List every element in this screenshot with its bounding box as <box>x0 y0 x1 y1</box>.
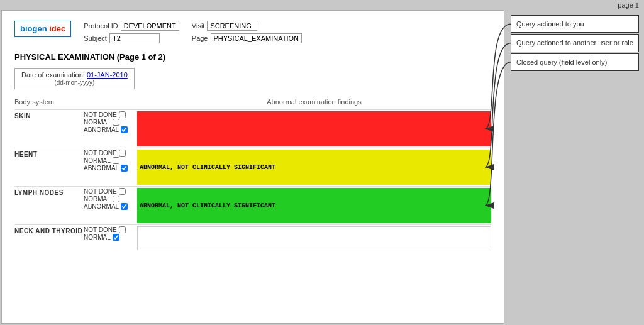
columns-header: Body system Abnormal examination finding… <box>14 97 491 107</box>
protocol-field: Protocol ID DEVELOPMENT <box>84 21 179 31</box>
body-system-name: HEENT <box>14 148 84 186</box>
findings-box <box>137 226 491 250</box>
option-row-abnormal: ABNORMAL <box>84 165 137 172</box>
subject-value: T2 <box>109 33 160 43</box>
subject-field: Subject T2 <box>84 33 179 43</box>
findings-box <box>137 111 491 146</box>
body-options: NOT DONENORMAL <box>84 225 137 251</box>
option-row-not-done: NOT DONE <box>84 111 137 118</box>
body-system-name: SKIN <box>14 110 84 148</box>
body-options: NOT DONENORMALABNORMAL <box>84 187 137 224</box>
page-value: PHYSICAL_EXAMINATION <box>211 33 303 43</box>
visit-label: Visit <box>192 22 205 30</box>
option-checkbox[interactable] <box>113 119 119 126</box>
option-checkbox[interactable] <box>121 165 128 172</box>
page-label: Page <box>192 35 208 42</box>
legend-item-0: Query actioned to you <box>511 15 639 33</box>
subject-label: Subject <box>84 35 107 42</box>
date-format: (dd-mon-yyyy) <box>54 79 94 86</box>
option-label: NOT DONE <box>84 226 117 233</box>
form-header: biogen idec Protocol ID DEVELOPMENT Visi… <box>14 21 491 43</box>
option-checkbox[interactable] <box>121 203 128 210</box>
option-checkbox[interactable] <box>119 111 126 118</box>
option-row-not-done: NOT DONE <box>84 188 137 195</box>
biogen-logo: biogen idec <box>14 21 71 37</box>
body-system-name: NECK AND THYROID <box>14 225 84 251</box>
col-findings-header: Abnormal examination findings <box>137 98 491 106</box>
body-row-neck-and-thyroid: NECK AND THYROIDNOT DONENORMAL <box>14 224 491 251</box>
option-row-abnormal: ABNORMAL <box>84 203 137 210</box>
option-row-normal: NORMAL <box>84 157 137 164</box>
option-row-not-done: NOT DONE <box>84 226 137 233</box>
protocol-value: DEVELOPMENT <box>121 21 179 31</box>
option-row-normal: NORMAL <box>84 196 137 202</box>
body-row-skin: SKINNOT DONENORMALABNORMAL <box>14 109 491 148</box>
legend-item-2: Closed query (field level only) <box>511 53 639 71</box>
date-value: 01-JAN-2010 <box>87 71 128 79</box>
form-panel: biogen idec Protocol ID DEVELOPMENT Visi… <box>1 10 504 324</box>
option-checkbox[interactable] <box>119 188 126 195</box>
findings-area: ABNORMAL, NOT CLINICALLY SIGNIFICANT <box>137 187 491 224</box>
page-field: Page PHYSICAL_EXAMINATION <box>192 33 302 43</box>
option-checkbox[interactable] <box>113 196 119 202</box>
option-checkbox[interactable] <box>119 150 126 157</box>
findings-box: ABNORMAL, NOT CLINICALLY SIGNIFICANT <box>137 150 491 185</box>
option-row-not-done: NOT DONE <box>84 150 137 157</box>
option-label: NORMAL <box>84 119 111 126</box>
visit-field: Visit SCREENING <box>192 21 302 31</box>
sidebar: Query actioned to youQuery actioned to a… <box>506 10 644 325</box>
body-row-lymph-nodes: LYMPH NODESNOT DONENORMALABNORMALABNORMA… <box>14 186 491 224</box>
option-checkbox[interactable] <box>121 126 128 133</box>
protocol-label: Protocol ID <box>84 22 118 30</box>
body-rows-container: SKINNOT DONENORMALABNORMALHEENTNOT DONEN… <box>14 109 491 251</box>
option-checkbox[interactable] <box>113 234 119 241</box>
option-checkbox[interactable] <box>113 157 119 164</box>
logo-idec: idec <box>49 24 65 33</box>
option-row-abnormal: ABNORMAL <box>84 126 137 133</box>
option-label: NORMAL <box>84 196 111 202</box>
body-options: NOT DONENORMALABNORMAL <box>84 148 137 186</box>
findings-area <box>137 110 491 148</box>
option-label: ABNORMAL <box>84 126 119 133</box>
findings-area <box>137 225 491 251</box>
page-number: page 1 <box>618 1 639 9</box>
visit-value: SCREENING <box>207 21 257 31</box>
body-options: NOT DONENORMALABNORMAL <box>84 110 137 148</box>
legend-item-1: Query actioned to another user or role <box>511 34 639 52</box>
date-box: Date of examination: 01-JAN-2010 (dd-mon… <box>14 68 135 89</box>
logo-biogen: biogen <box>20 24 49 33</box>
option-label: NORMAL <box>84 234 111 241</box>
date-label: Date of examination: <box>21 71 85 79</box>
findings-box: ABNORMAL, NOT CLINICALLY SIGNIFICANT <box>137 188 491 223</box>
form-fields: Protocol ID DEVELOPMENT Visit SCREENING … <box>84 21 302 43</box>
option-label: NOT DONE <box>84 188 117 195</box>
body-system-name: LYMPH NODES <box>14 187 84 224</box>
option-label: ABNORMAL <box>84 165 119 172</box>
option-label: NOT DONE <box>84 111 117 118</box>
option-row-normal: NORMAL <box>84 119 137 126</box>
body-row-heent: HEENTNOT DONENORMALABNORMALABNORMAL, NOT… <box>14 148 491 186</box>
findings-area: ABNORMAL, NOT CLINICALLY SIGNIFICANT <box>137 148 491 186</box>
option-label: ABNORMAL <box>84 203 119 210</box>
form-title: PHYSICAL EXAMINATION (Page 1 of 2) <box>14 52 491 62</box>
option-checkbox[interactable] <box>119 226 126 233</box>
option-label: NORMAL <box>84 157 111 164</box>
option-row-normal: NORMAL <box>84 234 137 241</box>
option-label: NOT DONE <box>84 150 117 157</box>
col-body-header: Body system <box>14 98 84 106</box>
